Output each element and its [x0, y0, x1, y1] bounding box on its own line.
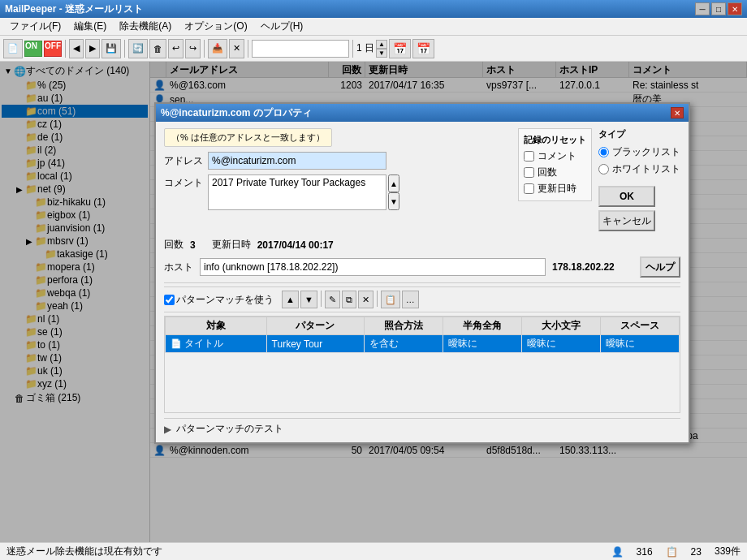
help-button[interactable]: ヘルプ — [640, 256, 680, 278]
hint-label: （% は任意のアドレスと一致します） — [164, 128, 332, 147]
save-button[interactable]: 💾 — [101, 39, 121, 58]
separator-4 — [248, 40, 248, 58]
count-label: 回数 — [164, 238, 184, 252]
radio-whitelist-item: ホワイトリスト — [598, 162, 680, 176]
move-up-button[interactable]: ▲ — [282, 291, 299, 308]
separator-1 — [65, 40, 66, 58]
comment-scroll-down[interactable]: ▼ — [388, 192, 399, 210]
toggle-on-button[interactable]: ON — [24, 41, 42, 57]
paste-button[interactable]: 📋 — [381, 291, 400, 308]
dialog-body: （% は任意のアドレスと一致します） アドレス コメント 2017 Privat… — [156, 122, 689, 442]
calendar2-button[interactable]: 📅 — [412, 39, 434, 58]
radio-whitelist-label: ホワイトリスト — [612, 162, 680, 176]
col-space: スペース — [600, 317, 679, 335]
check-updated[interactable] — [524, 183, 534, 194]
pattern-row[interactable]: 📄 タイトル Turkey Tour を含む 曖昧に 曖昧に 曖昧に — [166, 335, 680, 353]
minimize-button[interactable]: ─ — [695, 2, 710, 15]
col-case: 大小文字 — [521, 317, 600, 335]
menu-remove[interactable]: 除去機能(A) — [113, 18, 178, 35]
dialog-close-button[interactable]: ✕ — [671, 107, 684, 118]
check-comment[interactable] — [524, 151, 534, 162]
forward-button[interactable]: ▶ — [85, 39, 100, 58]
cancel-button[interactable]: キャンセル — [598, 210, 655, 231]
radio-whitelist[interactable] — [598, 164, 609, 174]
address-label: アドレス — [164, 154, 203, 168]
undo-button[interactable]: ↩ — [168, 39, 184, 58]
check-comment-item: コメント — [524, 149, 586, 163]
pattern-toolbar: パターンマッチを使う ▲ ▼ ✎ ⧉ ✕ 📋 … — [164, 286, 680, 312]
status-bar: 迷惑メール除去機能は現在有効です 👤 316 📋 23 339件 — [0, 542, 747, 560]
status-count3: 339件 — [715, 545, 741, 558]
host-ip-value: 178.18.202.22 — [552, 261, 633, 273]
host-row: ホスト 178.18.202.22 ヘルプ — [164, 256, 680, 278]
status-right: 👤 316 📋 23 339件 — [611, 545, 741, 558]
search-input[interactable] — [252, 40, 349, 58]
comment-input[interactable]: 2017 Private Turkey Tour Packages — [208, 174, 386, 210]
pattern-table: 対象 パターン 照合方法 半角全角 大小文字 スペース 📄 タイトル — [165, 317, 680, 353]
calendar-button[interactable]: 📅 — [389, 39, 411, 58]
import-button[interactable]: 📥 — [208, 39, 227, 58]
status-count1: 316 — [637, 546, 653, 558]
properties-dialog: %@incaturizm.com のプロパティ ✕ （% は任意のアドレスと一致… — [154, 102, 690, 444]
ok-button[interactable]: OK — [598, 186, 655, 207]
pattern-test-label: パターンマッチのテスト — [176, 422, 283, 436]
delete-pattern-button[interactable]: ✕ — [358, 291, 374, 308]
back-button[interactable]: ◀ — [69, 39, 84, 58]
more-button[interactable]: … — [402, 291, 419, 308]
maximize-button[interactable]: □ — [711, 2, 726, 15]
comment-row: コメント 2017 Private Turkey Tour Packages ▲… — [164, 174, 512, 210]
status-icon2: 📋 — [666, 546, 678, 558]
radio-blacklist[interactable] — [598, 147, 609, 157]
count-value: 3 — [190, 239, 196, 251]
check-count[interactable] — [524, 167, 534, 178]
close-button[interactable]: ✕ — [728, 2, 742, 15]
copy-button[interactable]: ⧉ — [342, 291, 356, 308]
col-half-full: 半角全角 — [443, 317, 521, 335]
cell-target: 📄 タイトル — [166, 335, 267, 353]
status-icon: 👤 — [611, 546, 624, 558]
cell-pattern: Turkey Tour — [266, 335, 364, 353]
menu-help[interactable]: ヘルプ(H) — [254, 18, 310, 35]
pattern-match-checkbox[interactable] — [164, 295, 175, 305]
record-reset-label: 記録のリセット — [524, 134, 586, 146]
del2-button[interactable]: ✕ — [229, 39, 244, 58]
dialog-title-bar: %@incaturizm.com のプロパティ ✕ — [156, 104, 689, 122]
toolbar-sep2 — [377, 291, 378, 307]
toolbar: 📄 ON OFF ◀ ▶ 💾 🔄 🗑 ↩ ↪ 📥 ✕ 1 日 ▲ ▼ 📅 📅 — [0, 36, 747, 62]
move-down-button[interactable]: ▼ — [300, 291, 317, 308]
menu-edit[interactable]: 編集(E) — [67, 18, 113, 35]
pattern-test-toggle[interactable]: ▶ — [164, 424, 171, 435]
menu-options[interactable]: オプション(O) — [178, 18, 253, 35]
refresh-button[interactable]: 🔄 — [128, 39, 148, 58]
separator-5 — [352, 40, 353, 58]
address-input[interactable] — [208, 152, 386, 170]
host-label: ホスト — [164, 261, 193, 274]
updated-value: 2017/04/14 00:17 — [257, 239, 334, 251]
separator-2 — [124, 40, 125, 58]
check-updated-item: 更新日時 — [524, 182, 586, 196]
col-pattern: パターン — [266, 317, 364, 335]
cell-case: 曖昧に — [521, 335, 600, 353]
days-up[interactable]: ▲ — [376, 40, 387, 49]
cell-half-full: 曖昧に — [443, 335, 521, 353]
new-button[interactable]: 📄 — [3, 39, 23, 58]
check-updated-label: 更新日時 — [538, 182, 576, 196]
delete-button[interactable]: 🗑 — [149, 39, 166, 58]
host-input[interactable] — [200, 258, 546, 276]
edit-button[interactable]: ✎ — [325, 291, 340, 308]
status-count2: 23 — [691, 546, 702, 558]
days-down[interactable]: ▼ — [376, 49, 387, 58]
pattern-test-section: ▶ パターンマッチのテスト — [164, 418, 680, 436]
cell-space: 曖昧に — [600, 335, 679, 353]
main-layout: ▼ 🌐 すべてのドメイン (140) 📁 % (25) 📁 au (1) 📁 c… — [0, 62, 747, 542]
radio-blacklist-label: ブラックリスト — [612, 145, 680, 159]
redo-button[interactable]: ↪ — [185, 39, 201, 58]
dialog-title-text: %@incaturizm.com のプロパティ — [161, 106, 312, 120]
comment-label: コメント — [164, 176, 203, 190]
toggle-off-button[interactable]: OFF — [44, 41, 62, 57]
check-count-label: 回数 — [538, 166, 557, 179]
comment-scroll-up[interactable]: ▲ — [388, 174, 399, 192]
menu-file[interactable]: ファイル(F) — [3, 18, 67, 35]
count-row: 回数 3 更新日時 2017/04/14 00:17 — [164, 238, 680, 252]
pattern-match-label: パターンマッチを使う — [176, 293, 274, 307]
